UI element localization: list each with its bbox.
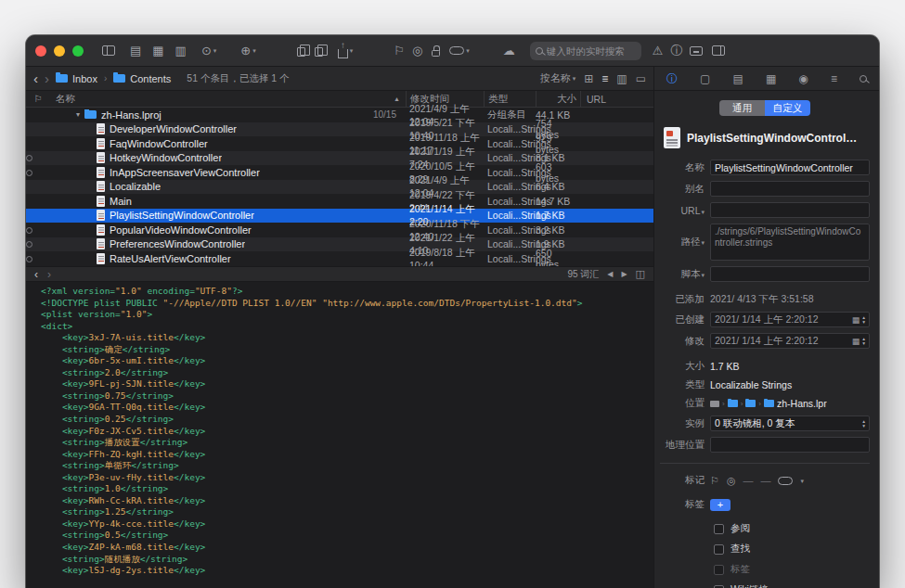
close-button[interactable] (35, 45, 46, 57)
cloud-icon[interactable]: ☁ (503, 45, 515, 57)
sort-menu[interactable]: 按名称 ▾ (540, 71, 576, 85)
breadcrumb-inbox[interactable]: Inbox (56, 73, 97, 84)
status-dot-icon (26, 241, 32, 248)
zoom-button[interactable] (72, 45, 84, 57)
view-columns-doc-icon[interactable]: ▥ (175, 45, 187, 57)
checkbox[interactable] (714, 565, 724, 575)
back-button[interactable]: ‹ (33, 71, 38, 85)
type-cell: Locali...Strings (484, 224, 536, 236)
info-icon[interactable]: ⓘ (670, 45, 682, 57)
name-column-header[interactable]: 名称 ▲ (50, 91, 406, 107)
share-menu[interactable]: ▾ (338, 44, 354, 58)
toggle-sidebar-icon[interactable] (102, 45, 115, 56)
lines-tab-icon[interactable]: ≡ (831, 73, 837, 84)
code-line: <plist version="1.0"> (41, 309, 653, 321)
chevron-down-icon: ▾ (800, 478, 804, 484)
chevron-down-icon: ▾ (701, 209, 705, 215)
checkbox-row[interactable]: 查找 (714, 543, 870, 556)
calendar-icon[interactable]: ▦ (852, 337, 860, 346)
instances-dropdown[interactable]: 0 联动镜相, 0 复本 ▴▾ (710, 415, 870, 431)
geo-field[interactable] (710, 437, 870, 453)
stepper-control[interactable]: ▴▾ (862, 315, 865, 324)
url-column-header[interactable]: URL (580, 91, 653, 107)
toggle-inspector-icon[interactable] (712, 45, 725, 56)
checkbox-row[interactable]: 标签 (714, 563, 870, 576)
warning-icon[interactable]: ⚠ (653, 45, 664, 57)
add-tag-button[interactable]: + (710, 499, 730, 511)
checkbox[interactable] (714, 585, 724, 588)
type-column-header[interactable]: 类型 (484, 91, 536, 107)
segment-general[interactable]: 通用 (719, 100, 765, 116)
name-cell: Localizable (50, 181, 406, 192)
group-menu[interactable]: ⊙ ▾ (201, 45, 216, 57)
file-row[interactable]: PopularVideoWindowController2020/11/18 下… (26, 223, 653, 237)
back-button[interactable]: ‹ (34, 269, 38, 280)
previous-page-icon[interactable]: ◀ (607, 270, 613, 278)
flag-mark-icon[interactable]: ⚐ (710, 476, 719, 486)
record-tab-icon[interactable]: ◉ (798, 73, 808, 84)
circle-mark-icon[interactable]: ◎ (727, 476, 736, 486)
file-row[interactable]: PlaylistSettingWindowController2021/1/14… (26, 209, 653, 224)
forward-button[interactable]: › (47, 269, 51, 280)
capsule-menu[interactable]: ▾ (449, 46, 470, 55)
split-view-icon[interactable]: ◫ (636, 268, 645, 280)
gallery-view-button[interactable]: ▭ (636, 73, 646, 84)
list-view-button[interactable]: ≡ (601, 73, 608, 84)
next-page-icon[interactable]: ▶ (621, 270, 627, 278)
duplicate-icon[interactable] (297, 47, 305, 57)
location-path[interactable]: › › › zh-Hans.lpr (710, 398, 870, 409)
view-list-doc-icon[interactable]: ▤ (130, 45, 141, 57)
view-grid-doc-icon[interactable]: ▦ (152, 45, 163, 57)
capsule-mark-icon[interactable] (778, 477, 793, 485)
size-column-header[interactable]: 大小 (536, 91, 580, 107)
file-row[interactable]: Localizable2021/4/9 上午12:04Locali...Stri… (26, 180, 653, 195)
info-tab-icon[interactable]: ⓘ (666, 73, 678, 84)
minimize-button[interactable] (54, 45, 65, 57)
document-tab-icon[interactable]: ▦ (766, 73, 776, 84)
flag-icon[interactable]: ⚐ (394, 45, 405, 57)
alias-field[interactable] (710, 181, 870, 197)
list-tab-icon[interactable]: ▤ (733, 73, 743, 84)
checkbox-row[interactable]: 参阅 (714, 522, 870, 535)
name-field[interactable]: PlaylistSettingWindowController (710, 160, 870, 175)
search-tab-icon[interactable] (860, 75, 867, 83)
forward-button[interactable]: › (45, 71, 49, 85)
code-line: <key>3xJ-7A-uis.title</key> (41, 332, 653, 344)
stepper-control[interactable]: ▴▾ (862, 337, 865, 345)
search-input[interactable] (547, 45, 636, 57)
url-field[interactable] (710, 202, 870, 218)
segment-custom[interactable]: 自定义 (765, 100, 810, 116)
modified-date-field[interactable]: 2021/ 1/14 上午 2:20:12 ▦ ▴▾ (710, 333, 870, 349)
file-row[interactable]: RateUsAlertViewController2019/8/18 上午10:… (26, 251, 653, 266)
file-row[interactable]: Main2019/4/22 下午2:44Locali...Strings14.7… (26, 194, 653, 209)
checkbox[interactable] (714, 544, 724, 555)
touchbar-icon[interactable] (690, 46, 703, 56)
checkbox[interactable] (714, 524, 724, 534)
file-row[interactable]: InAppScreensaverViewController2020/10/5 … (26, 165, 653, 180)
code-line: <string>随机播放</string> (41, 554, 653, 566)
created-date-field[interactable]: 2021/ 1/14 上午 2:20:12 ▦ ▴▾ (710, 312, 870, 327)
script-field[interactable] (710, 266, 870, 282)
calendar-icon[interactable]: ▦ (852, 315, 860, 325)
file-list: ⚐ 名称 ▲ 修改时间 类型 大小 (26, 91, 653, 266)
lock-icon[interactable] (432, 50, 440, 57)
icon-view-button[interactable]: ⊞ (584, 73, 593, 84)
copy-icon[interactable] (315, 47, 323, 57)
status-dot-icon (26, 155, 32, 161)
file-row[interactable]: FaqWindowController2019/11/18 上午11:17Loc… (26, 136, 653, 151)
path-field[interactable]: ./strings/6/PlaylistSettingWindowControl… (710, 224, 870, 261)
breadcrumb-contents[interactable]: Contents (113, 73, 171, 84)
share-icon (338, 49, 348, 58)
checkbox-row[interactable]: Wiki链接 (714, 583, 870, 588)
record-circle-icon[interactable]: ◎ (412, 45, 422, 57)
field-label: 脚本▾ (660, 268, 710, 281)
flag-column-header[interactable]: ⚐ (26, 91, 50, 107)
toolbar-search[interactable] (530, 42, 641, 60)
comment-tab-icon[interactable]: ▢ (700, 73, 710, 84)
disclosure-triangle-icon[interactable]: ▾ (76, 110, 80, 119)
add-menu[interactable]: ⊕ ▾ (240, 45, 255, 57)
type-row: 类型 Localizable Strings (660, 378, 870, 391)
file-name: zh-Hans.lproj (101, 109, 162, 121)
field-label: 路径▾ (660, 236, 710, 249)
column-view-button[interactable]: ▥ (616, 73, 627, 84)
